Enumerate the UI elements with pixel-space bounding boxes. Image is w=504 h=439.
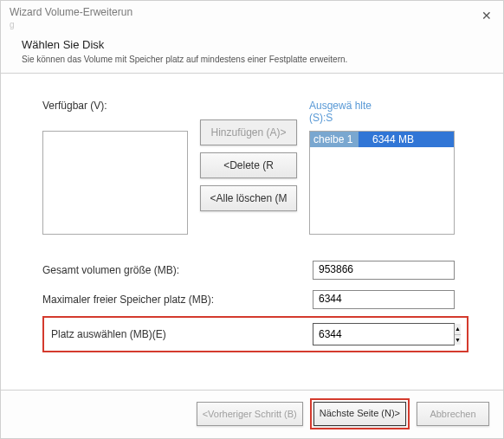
spin-up-icon[interactable]: ▲: [455, 324, 461, 335]
close-icon[interactable]: ✕: [479, 8, 494, 23]
titlebar: Wizard Volume-Erweiterun g ✕: [1, 1, 503, 36]
choose-space-row: Platz auswählen (MB)(E) ▲ ▼: [42, 316, 468, 352]
next-highlight: Nächste Seite (N)>: [310, 398, 410, 429]
wizard-header: Wählen Sie Disk Sie können das Volume mi…: [1, 36, 503, 74]
list-item-size: 6344 MB: [359, 132, 454, 147]
spin-down-icon[interactable]: ▼: [455, 335, 461, 345]
choose-label: Platz auswählen (MB)(E): [51, 328, 313, 340]
delete-all-button[interactable]: <Alle löschen (M: [200, 185, 297, 211]
maxfree-label: Maximaler freier Speicher platz (MB):: [42, 294, 313, 306]
available-listbox[interactable]: [42, 131, 188, 235]
delete-button[interactable]: <Delete (R: [200, 152, 297, 178]
available-label: Verfügbar (V):: [42, 100, 188, 126]
cancel-button[interactable]: Abbrechen: [417, 402, 489, 426]
total-value: 953866: [313, 261, 455, 280]
selected-label: Ausgewä hlte (S):S: [309, 100, 387, 126]
next-button[interactable]: Nächste Seite (N)>: [313, 402, 406, 426]
choose-input[interactable]: [313, 324, 454, 345]
wizard-footer: <Vorheriger Schritt (B) Nächste Seite (N…: [1, 390, 503, 436]
page-desc: Sie können das Volume mit Speicher platz…: [22, 55, 482, 64]
choose-spinner[interactable]: ▲ ▼: [313, 323, 455, 345]
total-label: Gesamt volumen größe (MB):: [42, 264, 313, 276]
selected-listbox[interactable]: cheibe 1 6344 MB: [309, 131, 455, 235]
add-button: Hinzufügen (A)>: [200, 119, 297, 145]
wizard-window: Wizard Volume-Erweiterun g ✕ Wählen Sie …: [0, 0, 504, 439]
prev-button: <Vorheriger Schritt (B): [197, 402, 303, 426]
window-title: Wizard Volume-Erweiterun: [10, 6, 494, 18]
window-title-wrap: g: [10, 20, 494, 29]
list-item-disk: cheibe 1: [310, 132, 359, 147]
page-title: Wählen Sie Disk: [22, 38, 482, 51]
wizard-body: Verfügbar (V): Hinzufügen (A)> <Delete (…: [1, 74, 503, 390]
maxfree-value: 6344: [313, 290, 455, 309]
list-item[interactable]: cheibe 1 6344 MB: [310, 132, 454, 147]
